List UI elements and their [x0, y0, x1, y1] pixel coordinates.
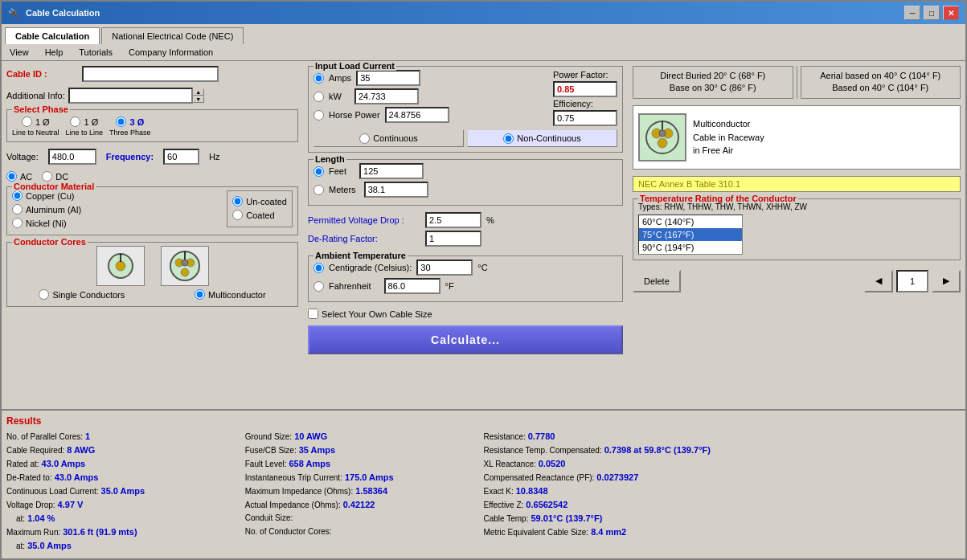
info-divider — [797, 66, 797, 99]
select-cable-checkbox[interactable] — [308, 309, 318, 319]
pf-input[interactable] — [553, 81, 617, 97]
max-run-label: Maximum Run: — [6, 528, 60, 537]
kw-row: kW — [313, 88, 539, 104]
hp-label: Horse Power — [329, 110, 380, 120]
delete-button[interactable]: Delete — [633, 270, 681, 292]
next-button[interactable]: ▶ — [932, 270, 961, 292]
cable-temp-value: 59.01°C (139.7°F) — [531, 513, 602, 523]
single-conductors-radio[interactable] — [39, 289, 49, 300]
centigrade-input[interactable] — [416, 260, 473, 276]
resistance-row: Resistance: 0.7780 — [484, 431, 723, 444]
cont-buttons: Continuous Non-Continuous — [313, 129, 617, 147]
temp-types: Types: RHW, THHW, THW, THWN, XHHW, ZW — [638, 202, 955, 211]
continuous-radio[interactable] — [359, 133, 370, 144]
max-imp-label: Maximum Impedance (Ohms): — [245, 487, 353, 496]
close-button[interactable]: ✕ — [943, 6, 959, 20]
feet-radio[interactable] — [313, 166, 324, 177]
title-bar-controls: ─ □ ✕ — [904, 6, 959, 20]
exact-k-label: Exact K: — [484, 487, 514, 496]
continuous-button[interactable]: Continuous — [313, 129, 464, 147]
instant-trip-value: 175.0 Amps — [345, 472, 394, 482]
cable-desc-line3: in Free Air — [693, 144, 764, 157]
temp-rating-group: Temperature Rating of the Conductor Type… — [633, 198, 961, 260]
centigrade-radio[interactable] — [313, 263, 324, 273]
minimize-button[interactable]: ─ — [904, 6, 920, 20]
fuse-value: 35 Amps — [299, 445, 335, 455]
temp-item-75[interactable]: 75°C (167°F) — [639, 228, 742, 241]
tab-cable-calculation[interactable]: Cable Calculation — [5, 27, 100, 44]
maximize-button[interactable]: □ — [924, 6, 940, 20]
aluminum-radio[interactable] — [12, 204, 23, 215]
feet-input[interactable] — [359, 163, 424, 179]
meters-radio[interactable] — [313, 185, 324, 195]
effective-z-row: Effective Z: 0.6562542 — [484, 500, 723, 513]
phase-1-neutral-radio[interactable] — [22, 116, 32, 127]
parallel-cores-value: 1 — [85, 431, 90, 441]
frequency-input[interactable] — [163, 149, 199, 165]
menu-company[interactable]: Company Information — [124, 46, 218, 59]
derating-row: De-Rating Factor: — [308, 231, 623, 247]
fahrenheit-input[interactable] — [384, 278, 440, 294]
derating-input[interactable] — [425, 231, 481, 247]
tab-nec[interactable]: National Electrical Code (NEC) — [101, 27, 244, 44]
non-continuous-button[interactable]: Non-Continuous — [467, 129, 617, 147]
spin-down[interactable]: ▼ — [193, 96, 204, 103]
calculate-button[interactable]: Calculate... — [308, 325, 623, 354]
phase-1-line-radio[interactable] — [70, 116, 80, 127]
cable-id-input[interactable] — [82, 66, 219, 82]
coated-radio[interactable] — [232, 210, 243, 220]
phase-3-sub: Three Phase — [109, 129, 151, 137]
spin-up[interactable]: ▲ — [193, 88, 204, 96]
menu-help[interactable]: Help — [40, 46, 68, 59]
frequency-label: Frequency: — [106, 152, 154, 161]
ac-radio[interactable] — [6, 171, 17, 182]
dc-radio[interactable] — [42, 171, 52, 182]
cable-temp-row: Cable Temp: 59.01°C (139.7°F) — [484, 513, 723, 526]
additional-info-input[interactable] — [68, 88, 193, 104]
temp-list: 60°C (140°F) 75°C (167°F) 90°C (194°F) — [638, 215, 743, 255]
fahrenheit-radio[interactable] — [313, 281, 324, 292]
hp-input[interactable] — [385, 107, 449, 123]
additional-info-row: Additional Info: ▲ ▼ — [6, 88, 298, 104]
multiconductor-label: Multiconductor — [208, 290, 266, 300]
nickel-label: Nickel (Ni) — [26, 219, 67, 228]
voltage-input[interactable] — [48, 149, 96, 165]
menu-tutorials[interactable]: Tutorials — [74, 46, 117, 59]
conductor-right: Un-coated Coated — [227, 190, 293, 227]
amps-input[interactable] — [356, 70, 420, 86]
input-load-title: Input Load Current — [313, 61, 396, 71]
permitted-vd-input[interactable] — [425, 212, 481, 228]
parallel-cores-label: No. of Parallel Cores: — [6, 432, 83, 441]
main-content: Cable ID : Additional Info: ▲ ▼ Select P… — [2, 61, 965, 409]
uncoated-radio[interactable] — [232, 196, 243, 206]
phase-options-row: 1 Ø Line to Neutral 1 Ø Line to Line — [12, 116, 293, 137]
amps-label: Amps — [329, 73, 351, 83]
phase-3-radio[interactable] — [116, 116, 126, 127]
meters-input[interactable] — [364, 182, 428, 198]
tab-bar: Cable Calculation National Electrical Co… — [2, 24, 965, 44]
menu-view[interactable]: View — [5, 46, 34, 59]
prev-button[interactable]: ◀ — [864, 270, 893, 292]
ac-dc-row: AC DC — [6, 171, 298, 182]
fahrenheit-row: Fahrenheit °F — [313, 278, 617, 294]
ambient-group: Ambient Temperature Centigrade (Celsius)… — [308, 255, 623, 302]
copper-radio[interactable] — [12, 190, 23, 201]
resist-temp-row: Resistance Temp. Compensated: 0.7398 at … — [484, 445, 723, 458]
kw-input[interactable] — [354, 88, 419, 104]
results-col2: Ground Size: 10 AWG Fuse/CB Size: 35 Amp… — [245, 431, 484, 554]
multiconductor-radio[interactable] — [195, 289, 205, 300]
nickel-radio[interactable] — [12, 218, 23, 228]
amps-radio[interactable] — [313, 73, 324, 84]
metric-equiv-value: 8.4 mm2 — [591, 527, 626, 537]
non-continuous-radio[interactable] — [503, 133, 514, 144]
temp-item-60[interactable]: 60°C (140°F) — [639, 215, 742, 228]
resistance-value: 0.7780 — [528, 431, 555, 441]
ground-size-label: Ground Size: — [245, 432, 292, 441]
cable-id-label: Cable ID : — [6, 69, 79, 79]
spin-arrows: ▲ ▼ — [193, 88, 204, 103]
hp-radio[interactable] — [313, 110, 324, 121]
eff-input[interactable] — [553, 110, 617, 126]
kw-radio[interactable] — [313, 92, 324, 102]
temp-item-90[interactable]: 90°C (194°F) — [639, 241, 742, 254]
instant-trip-label: Instantaneous Trip Current: — [245, 473, 342, 482]
